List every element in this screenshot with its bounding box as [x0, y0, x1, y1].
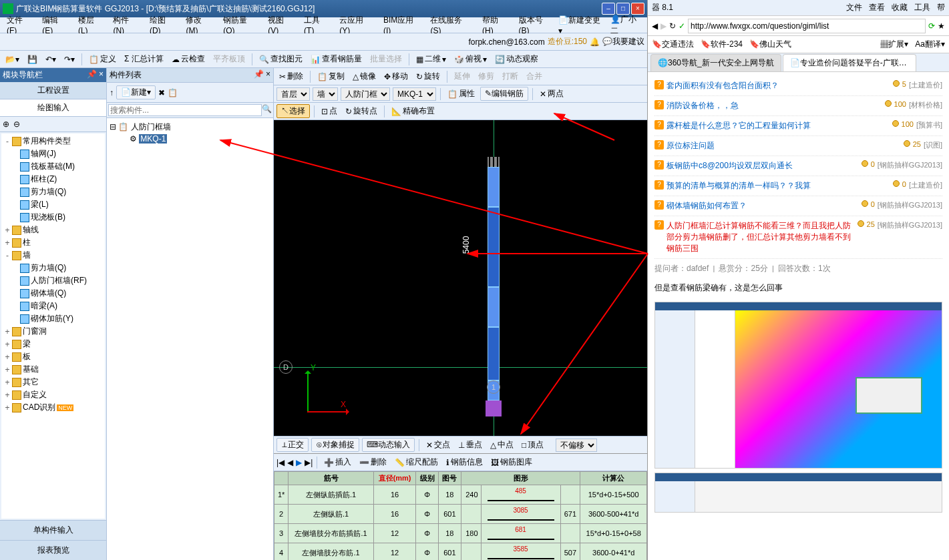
two-point-button[interactable]: ✕两点 — [537, 87, 566, 101]
table-row[interactable]: 3左侧墙肢分布筋插筋.112Φ1818068115*d+0-15+0+58 — [274, 524, 647, 543]
copy-component-button[interactable]: 📋 — [168, 88, 178, 97]
star-icon[interactable]: ★ — [938, 21, 945, 31]
comp-root[interactable]: 人防门框墙 — [131, 122, 171, 131]
flat-slab-button[interactable]: 平齐板顶 — [210, 52, 248, 66]
tree-door-window[interactable]: 门窗洞 — [23, 326, 47, 337]
comp-tree[interactable]: ⊟ 📋 人防门框墙 ⚙ MKQ-1 — [107, 118, 273, 560]
tree-custom[interactable]: 自定义 — [23, 389, 47, 400]
qa-item[interactable]: ?板钢筋中c8@200均设双层双向通长0[钢筋抽样GGJ2013] — [654, 156, 942, 176]
extend-button[interactable]: 延伸 — [451, 69, 473, 83]
merge-button[interactable]: 合并 — [524, 69, 545, 83]
single-component-input-button[interactable]: 单构件输入 — [0, 520, 106, 540]
ortho-toggle[interactable]: ⊥正交 — [276, 438, 309, 452]
trim-button[interactable]: 修剪 — [476, 69, 497, 83]
tree-column[interactable]: 柱 — [23, 237, 31, 248]
tree-beam2[interactable]: 梁 — [23, 338, 31, 350]
dynamic-view-button[interactable]: 🔄动态观察 — [492, 52, 541, 66]
2d-button[interactable]: ▦二维▾ — [413, 52, 449, 66]
category-select[interactable]: 墙 — [313, 87, 338, 101]
define-button[interactable]: 📋定义 — [86, 52, 119, 66]
delete-button[interactable]: ✂删除 — [276, 69, 306, 83]
tree-common-types[interactable]: 常用构件类型 — [23, 135, 71, 147]
browser-content[interactable]: ?套内面积有没有包含阳台面积？5[土建造价] ?消防设备价格，，急100[材料价… — [648, 72, 949, 560]
go-icon[interactable]: ⟳ — [928, 21, 935, 31]
refresh-icon[interactable]: ↻ — [669, 21, 676, 31]
new-component-button[interactable]: 📄新建▾ — [116, 85, 156, 99]
tree-shear-wall[interactable]: 剪力墙(Q) — [31, 186, 66, 198]
dyn-input-toggle[interactable]: ⌨动态输入 — [362, 438, 415, 452]
comp-search-input[interactable] — [108, 104, 262, 116]
ext-button[interactable]: ▦扩展▾ — [880, 39, 908, 50]
table-row[interactable]: 1*左侧纵筋插筋.116Φ1824048515*d+0-15+500 — [274, 485, 647, 505]
back-icon[interactable]: ◀ — [652, 21, 658, 31]
qa-item[interactable]: ?套内面积有没有包含阳台面积？5[土建造价] — [654, 76, 942, 96]
br-menu-view[interactable]: 查看 — [869, 2, 885, 13]
url-input[interactable] — [688, 19, 926, 33]
tree-frame-column[interactable]: 框柱(Z) — [31, 174, 57, 185]
component-type-tree[interactable]: -常用构件类型 轴网(J) 筏板基础(M) 框柱(Z) 剪力墙(Q) 梁(L) … — [1, 133, 105, 519]
suggest-button[interactable]: 💬我要建议 — [602, 36, 644, 47]
minimize-button[interactable]: – — [602, 3, 615, 15]
rebar-table[interactable]: 筋号 直径(mm) 级别 图号 图形 计算公 1*左侧纵筋插筋.116Φ1824… — [274, 471, 647, 560]
question-screenshot-1[interactable] — [654, 302, 942, 469]
tree-raft[interactable]: 筏板基础(M) — [31, 161, 75, 172]
expand-icon[interactable]: ⊕ — [3, 119, 9, 129]
prev-row-button[interactable]: ◀ — [287, 458, 293, 467]
tree-axis-net[interactable]: 轴网(J) — [31, 148, 56, 160]
point-button[interactable]: ⊡点 — [319, 104, 340, 118]
translate-button[interactable]: Aa翻译▾ — [915, 39, 945, 50]
comp-item-mkq1[interactable]: MKQ-1 — [139, 134, 167, 144]
find-element-button[interactable]: 🔍查找图元 — [256, 52, 305, 66]
save-button[interactable]: 💾 — [25, 53, 40, 65]
rotate-point-button[interactable]: ↻旋转点 — [343, 104, 380, 118]
mid-snap[interactable]: △中点 — [488, 438, 516, 452]
tab-project-settings[interactable]: 工程设置 — [0, 82, 106, 99]
exact-place-button[interactable]: 📐精确布置 — [389, 104, 437, 118]
copy-button[interactable]: 📋复制 — [315, 69, 347, 83]
forward-icon[interactable]: ▶ — [660, 21, 667, 31]
component-select[interactable]: MKQ-1 — [393, 87, 436, 101]
offset-select[interactable]: 不偏移 — [556, 439, 597, 452]
table-row[interactable]: 2左侧纵筋.116Φ60130856713600-500+41*d — [274, 505, 647, 524]
comp-up-button[interactable]: ↑ — [110, 88, 114, 97]
tree-hidden-beam[interactable]: 暗梁(A) — [31, 300, 57, 312]
pin-icon[interactable]: 📌 × — [87, 69, 104, 81]
tree-axis-line[interactable]: 轴线 — [23, 224, 39, 236]
qa-item[interactable]: ?原位标注问题25[识图] — [654, 136, 942, 156]
drawing-canvas[interactable]: 5400 Y X D 1 — [274, 120, 647, 436]
type-select[interactable]: 人防门框 — [341, 87, 390, 101]
delete-row-button[interactable]: ➖删除 — [357, 455, 389, 469]
tab-360nav[interactable]: 🌐360导航_新一代安全上网导航 — [650, 54, 781, 71]
tree-cad[interactable]: CAD识别 — [23, 402, 55, 413]
back-button[interactable]: 📂▾ — [3, 53, 22, 65]
cross-snap[interactable]: ✕交点 — [423, 438, 453, 452]
rebar-info-button[interactable]: ℹ钢筋信息 — [443, 455, 486, 469]
last-row-button[interactable]: ▶| — [305, 458, 313, 467]
tree-beam[interactable]: 梁(L) — [31, 199, 49, 210]
vertex-snap[interactable]: □顶点 — [519, 438, 546, 452]
move-button[interactable]: ✥移动 — [381, 69, 411, 83]
lookdown-button[interactable]: 🎲俯视▾ — [451, 52, 490, 66]
view-rebar-button[interactable]: 📊查看钢筋量 — [308, 52, 365, 66]
tree-rf-wall[interactable]: 人防门框墙(RF) — [31, 275, 87, 286]
tree-foundation[interactable]: 基础 — [23, 364, 39, 375]
break-button[interactable]: 打断 — [500, 69, 521, 83]
maximize-button[interactable]: □ — [616, 3, 630, 15]
br-menu-help[interactable]: 帮 — [937, 2, 945, 13]
new-change-button[interactable]: 📄新建变更 ▾ — [558, 15, 606, 35]
first-row-button[interactable]: |◀ — [276, 458, 284, 467]
snap-toggle[interactable]: ⊙对象捕捉 — [311, 438, 359, 452]
tree-brick-wall[interactable]: 砌体墙(Q) — [31, 288, 66, 299]
comp-pin-icon[interactable]: 📌 × — [254, 69, 270, 81]
table-row[interactable]: 4左侧墙肢分布筋.112Φ60135855073600-0+41*d — [274, 543, 647, 561]
bookmark-weather[interactable]: 🔖佛山天气 — [749, 39, 791, 50]
collapse-icon[interactable]: ⊖ — [13, 119, 20, 129]
qa-item[interactable]: ?消防设备价格，，急100[材料价格] — [654, 96, 942, 116]
edit-rebar-button[interactable]: ✎编辑钢筋 — [480, 87, 528, 101]
tree-wall[interactable]: 墙 — [23, 250, 31, 261]
qa-item[interactable]: ?预算的清单与概算的清单一样吗？？我算0[土建造价] — [654, 176, 942, 196]
report-preview-button[interactable]: 报表预览 — [0, 540, 106, 560]
scale-rebar-button[interactable]: 📏缩尺配筋 — [392, 455, 441, 469]
bell-icon[interactable]: 🔔 — [590, 37, 600, 47]
wall-element[interactable] — [488, 157, 500, 417]
